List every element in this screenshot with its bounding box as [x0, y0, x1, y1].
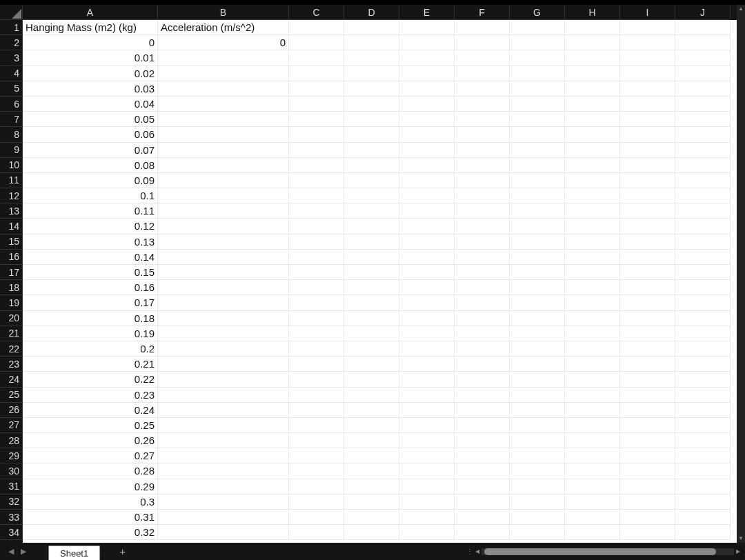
cell-J31[interactable] — [675, 479, 731, 494]
cell-C33[interactable] — [289, 510, 344, 525]
cell-C14[interactable] — [289, 219, 344, 234]
cell-D31[interactable] — [344, 479, 399, 494]
cell-A33[interactable]: 0.31 — [23, 510, 158, 525]
cell-A17[interactable]: 0.15 — [23, 265, 158, 280]
cell-D10[interactable] — [344, 158, 399, 173]
sheet-nav-prev-icon[interactable]: ◀ — [8, 547, 14, 556]
row-header-21[interactable]: 21 — [0, 326, 23, 341]
cell-E12[interactable] — [399, 188, 455, 203]
cell-E1[interactable] — [399, 20, 455, 35]
cell-D11[interactable] — [344, 173, 399, 188]
cell-G4[interactable] — [510, 66, 565, 81]
cell-D33[interactable] — [344, 510, 399, 525]
cell-I18[interactable] — [620, 280, 675, 295]
cell-F8[interactable] — [455, 127, 510, 142]
cell-G3[interactable] — [510, 50, 565, 66]
cell-F34[interactable] — [455, 525, 510, 540]
cell-J20[interactable] — [675, 311, 731, 326]
row-header-32[interactable]: 32 — [0, 494, 23, 510]
cell-A21[interactable]: 0.19 — [23, 326, 158, 341]
cell-E25[interactable] — [399, 388, 455, 403]
cell-A7[interactable]: 0.05 — [23, 112, 158, 127]
cell-F30[interactable] — [455, 463, 510, 479]
cell-A14[interactable]: 0.12 — [23, 219, 158, 234]
cell-A11[interactable]: 0.09 — [23, 173, 158, 188]
cell-J28[interactable] — [675, 433, 731, 448]
cell-I5[interactable] — [620, 81, 675, 97]
cell-J21[interactable] — [675, 326, 731, 341]
column-header-I[interactable]: I — [620, 5, 675, 20]
cell-F31[interactable] — [455, 479, 510, 494]
cell-F1[interactable] — [455, 20, 510, 35]
cell-C4[interactable] — [289, 66, 344, 81]
cell-C12[interactable] — [289, 188, 344, 203]
cell-A20[interactable]: 0.18 — [23, 311, 158, 326]
cell-J3[interactable] — [675, 50, 731, 66]
cell-A12[interactable]: 0.1 — [23, 188, 158, 203]
row-header-11[interactable]: 11 — [0, 173, 23, 188]
cell-F27[interactable] — [455, 418, 510, 433]
cell-G10[interactable] — [510, 158, 565, 173]
column-header-A[interactable]: A — [23, 5, 158, 20]
cell-I14[interactable] — [620, 219, 675, 234]
cell-H10[interactable] — [565, 158, 620, 173]
cell-G13[interactable] — [510, 203, 565, 219]
row-header-13[interactable]: 13 — [0, 203, 23, 219]
cell-F22[interactable] — [455, 341, 510, 357]
vertical-scrollbar[interactable]: ▲ ▼ — [737, 5, 745, 543]
cell-A13[interactable]: 0.11 — [23, 203, 158, 219]
cell-C8[interactable] — [289, 127, 344, 142]
cell-E7[interactable] — [399, 112, 455, 127]
scroll-up-arrow-icon[interactable]: ▲ — [737, 5, 745, 13]
cell-D2[interactable] — [344, 35, 399, 50]
cell-A15[interactable]: 0.13 — [23, 234, 158, 250]
cell-G16[interactable] — [510, 250, 565, 265]
cell-J5[interactable] — [675, 81, 731, 97]
cell-F17[interactable] — [455, 265, 510, 280]
cell-D29[interactable] — [344, 448, 399, 463]
vertical-scroll-track[interactable] — [737, 13, 745, 534]
cell-J26[interactable] — [675, 403, 731, 418]
cell-F14[interactable] — [455, 219, 510, 234]
cell-E19[interactable] — [399, 295, 455, 310]
cell-J4[interactable] — [675, 66, 731, 81]
cell-F28[interactable] — [455, 433, 510, 448]
cell-B7[interactable] — [158, 112, 289, 127]
cell-I11[interactable] — [620, 173, 675, 188]
select-all-triangle[interactable] — [0, 5, 23, 20]
cell-C32[interactable] — [289, 494, 344, 510]
cell-G31[interactable] — [510, 479, 565, 494]
cell-G34[interactable] — [510, 525, 565, 540]
cell-E14[interactable] — [399, 219, 455, 234]
row-header-30[interactable]: 30 — [0, 463, 23, 479]
cell-B27[interactable] — [158, 418, 289, 433]
cell-E16[interactable] — [399, 250, 455, 265]
row-header-18[interactable]: 18 — [0, 280, 23, 295]
cell-E26[interactable] — [399, 403, 455, 418]
cell-B18[interactable] — [158, 280, 289, 295]
cell-E4[interactable] — [399, 66, 455, 81]
row-header-24[interactable]: 24 — [0, 372, 23, 387]
row-header-12[interactable]: 12 — [0, 188, 23, 203]
cell-E29[interactable] — [399, 448, 455, 463]
cell-J33[interactable] — [675, 510, 731, 525]
cell-G1[interactable] — [510, 20, 565, 35]
horizontal-scrollbar[interactable]: ⋮ ◀ ▶ — [466, 547, 742, 557]
row-header-5[interactable]: 5 — [0, 81, 23, 97]
cell-G11[interactable] — [510, 173, 565, 188]
cell-H28[interactable] — [565, 433, 620, 448]
cell-I7[interactable] — [620, 112, 675, 127]
cell-I19[interactable] — [620, 295, 675, 310]
cell-D17[interactable] — [344, 265, 399, 280]
cell-D9[interactable] — [344, 143, 399, 158]
cell-B15[interactable] — [158, 234, 289, 250]
cell-D12[interactable] — [344, 188, 399, 203]
cell-E9[interactable] — [399, 143, 455, 158]
cell-H14[interactable] — [565, 219, 620, 234]
cell-I10[interactable] — [620, 158, 675, 173]
cell-A4[interactable]: 0.02 — [23, 66, 158, 81]
cell-G23[interactable] — [510, 357, 565, 372]
cell-G29[interactable] — [510, 448, 565, 463]
cell-I16[interactable] — [620, 250, 675, 265]
cell-D27[interactable] — [344, 418, 399, 433]
